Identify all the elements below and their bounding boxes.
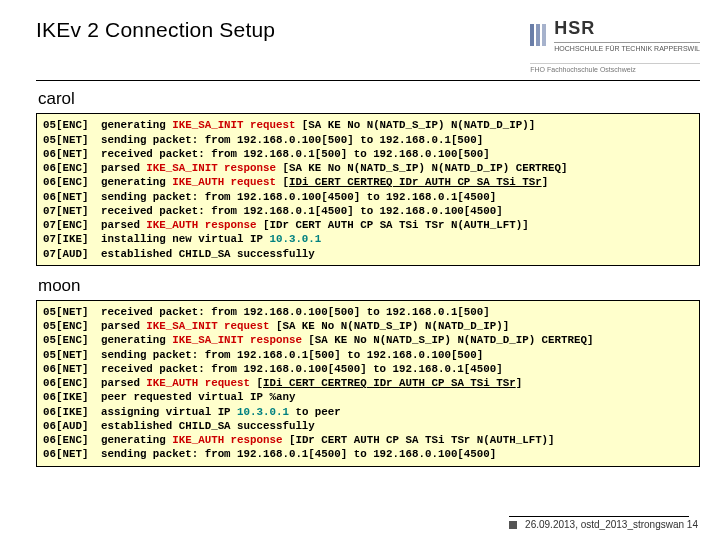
log-tag: 06[NET]	[43, 147, 101, 161]
log-line: 06[IKE]assigning virtual IP 10.3.0.1 to …	[43, 405, 693, 419]
log-tag: 05[NET]	[43, 305, 101, 319]
log-tag: 06[AUD]	[43, 419, 101, 433]
log-message: sending packet: from 192.168.0.100[4500]…	[101, 190, 496, 204]
log-line: 06[NET]sending packet: from 192.168.0.10…	[43, 190, 693, 204]
logo-fho-text: FHO Fachhochschule Ostschweiz	[530, 63, 700, 74]
log-line: 07[AUD]established CHILD_SA successfully	[43, 247, 693, 261]
log-tag: 07[AUD]	[43, 247, 101, 261]
footer-square-icon	[509, 521, 517, 529]
log-line: 05[ENC]generating IKE_SA_INIT response […	[43, 333, 693, 347]
log-line: 06[NET]received packet: from 192.168.0.1…	[43, 147, 693, 161]
log-tag: 06[ENC]	[43, 175, 101, 189]
log-line: 07[ENC]parsed IKE_AUTH response [IDr CER…	[43, 218, 693, 232]
log-line: 05[ENC]generating IKE_SA_INIT request [S…	[43, 118, 693, 132]
log-line: 07[IKE]installing new virtual IP 10.3.0.…	[43, 232, 693, 246]
log-tag: 06[NET]	[43, 362, 101, 376]
logo-bars-icon	[530, 24, 546, 46]
host-label-moon: moon	[0, 272, 720, 298]
log-tag: 06[ENC]	[43, 161, 101, 175]
log-tag: 05[ENC]	[43, 118, 101, 132]
log-message: parsed IKE_SA_INIT request [SA KE No N(N…	[101, 319, 509, 333]
log-line: 05[NET]received packet: from 192.168.0.1…	[43, 305, 693, 319]
log-message: parsed IKE_AUTH request [IDi CERT CERTRE…	[101, 376, 522, 390]
log-line: 06[AUD]established CHILD_SA successfully	[43, 419, 693, 433]
log-tag: 06[NET]	[43, 447, 101, 461]
log-tag: 06[ENC]	[43, 433, 101, 447]
log-message: sending packet: from 192.168.0.1[4500] t…	[101, 447, 496, 461]
log-tag: 06[NET]	[43, 190, 101, 204]
log-line: 06[NET]received packet: from 192.168.0.1…	[43, 362, 693, 376]
log-message: generating IKE_SA_INIT request [SA KE No…	[101, 118, 535, 132]
log-message: parsed IKE_AUTH response [IDr CERT AUTH …	[101, 218, 529, 232]
slide-header: IKEv 2 Connection Setup HSR HOCHSCHULE F…	[0, 0, 720, 80]
log-tag: 05[ENC]	[43, 333, 101, 347]
log-tag: 05[NET]	[43, 133, 101, 147]
log-message: received packet: from 192.168.0.1[500] t…	[101, 147, 490, 161]
log-line: 06[ENC]generating IKE_AUTH response [IDr…	[43, 433, 693, 447]
log-message: received packet: from 192.168.0.1[4500] …	[101, 204, 503, 218]
log-message: received packet: from 192.168.0.100[4500…	[101, 362, 503, 376]
log-message: established CHILD_SA successfully	[101, 247, 315, 261]
log-message: generating IKE_SA_INIT response [SA KE N…	[101, 333, 593, 347]
log-line: 05[NET]sending packet: from 192.168.0.1[…	[43, 348, 693, 362]
log-message: generating IKE_AUTH request [IDi CERT CE…	[101, 175, 548, 189]
log-line: 06[NET]sending packet: from 192.168.0.1[…	[43, 447, 693, 461]
log-line: 05[ENC]parsed IKE_SA_INIT request [SA KE…	[43, 319, 693, 333]
hsr-logo: HSR HOCHSCHULE FÜR TECHNIK RAPPERSWIL FH…	[530, 18, 700, 74]
log-message: generating IKE_AUTH response [IDr CERT A…	[101, 433, 555, 447]
log-message: sending packet: from 192.168.0.100[500] …	[101, 133, 483, 147]
host-label-carol: carol	[0, 85, 720, 111]
log-box-carol: 05[ENC]generating IKE_SA_INIT request [S…	[36, 113, 700, 266]
log-line: 06[ENC]generating IKE_AUTH request [IDi …	[43, 175, 693, 189]
log-message: established CHILD_SA successfully	[101, 419, 315, 433]
log-message: sending packet: from 192.168.0.1[500] to…	[101, 348, 483, 362]
log-tag: 06[ENC]	[43, 376, 101, 390]
log-message: received packet: from 192.168.0.100[500]…	[101, 305, 490, 319]
log-box-moon: 05[NET]received packet: from 192.168.0.1…	[36, 300, 700, 467]
log-tag: 07[ENC]	[43, 218, 101, 232]
log-line: 06[IKE]peer requested virtual IP %any	[43, 390, 693, 404]
log-message: installing new virtual IP 10.3.0.1	[101, 232, 321, 246]
log-tag: 05[NET]	[43, 348, 101, 362]
logo-hsr-text: HSR	[554, 18, 700, 40]
log-message: parsed IKE_SA_INIT response [SA KE No N(…	[101, 161, 568, 175]
log-tag: 06[IKE]	[43, 405, 101, 419]
log-message: assigning virtual IP 10.3.0.1 to peer	[101, 405, 341, 419]
log-tag: 07[IKE]	[43, 232, 101, 246]
log-line: 07[NET]received packet: from 192.168.0.1…	[43, 204, 693, 218]
header-rule	[36, 80, 700, 81]
slide-footer: 26.09.2013, ostd_2013_strongswan 14	[509, 516, 698, 530]
log-tag: 07[NET]	[43, 204, 101, 218]
log-line: 06[ENC]parsed IKE_AUTH request [IDi CERT…	[43, 376, 693, 390]
footer-text: 26.09.2013, ostd_2013_strongswan 14	[525, 519, 698, 530]
log-line: 06[ENC]parsed IKE_SA_INIT response [SA K…	[43, 161, 693, 175]
slide-title: IKEv 2 Connection Setup	[36, 18, 275, 42]
footer-rule	[509, 516, 689, 517]
log-tag: 06[IKE]	[43, 390, 101, 404]
log-line: 05[NET]sending packet: from 192.168.0.10…	[43, 133, 693, 147]
logo-subtitle: HOCHSCHULE FÜR TECHNIK RAPPERSWIL	[554, 42, 700, 53]
log-message: peer requested virtual IP %any	[101, 390, 295, 404]
log-tag: 05[ENC]	[43, 319, 101, 333]
